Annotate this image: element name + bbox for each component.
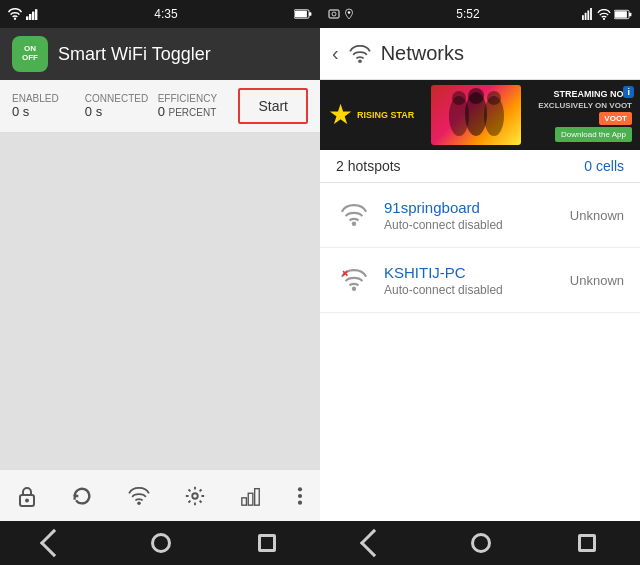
svg-rect-7 <box>309 12 311 16</box>
rising-star-text: RISING STAR <box>357 110 414 120</box>
svg-rect-22 <box>585 13 587 20</box>
network-name-1: 91springboard <box>384 199 570 216</box>
signal-icon-right <box>582 8 594 20</box>
enabled-label: ENABLED <box>12 93 59 104</box>
ad-badge: i <box>623 86 634 98</box>
wifi-icon-1 <box>340 204 368 226</box>
left-status-icons <box>8 8 38 20</box>
system-bar-right <box>320 521 640 565</box>
nav-chart[interactable] <box>240 485 262 507</box>
network-sub-1: Auto-connect disabled <box>384 218 570 232</box>
network-info-1: 91springboard Auto-connect disabled <box>384 199 570 232</box>
settings-icon <box>184 485 206 507</box>
stats-row: ENABLED 0 s CONNECTED 0 s EFFICIENCY 0 P… <box>0 80 320 133</box>
svg-rect-21 <box>582 15 584 20</box>
network-sub-2: Auto-connect disabled <box>384 283 570 297</box>
battery-icon-right <box>614 9 632 20</box>
lock-icon <box>17 485 37 507</box>
app-title: Smart WiFi Toggler <box>58 44 211 65</box>
network-wifi-icon-2 <box>336 262 372 298</box>
left-screen: 4:35 ONOFF Smart WiFi Toggler ENABLED 0 … <box>0 0 320 565</box>
time-left: 4:35 <box>154 7 177 21</box>
connected-value: 0 s <box>85 104 102 119</box>
system-bar-left <box>0 521 320 565</box>
right-status-icons-left <box>294 8 312 20</box>
svg-point-16 <box>298 493 302 497</box>
ad-image <box>431 85 521 145</box>
svg-rect-1 <box>26 16 28 20</box>
back-button-left[interactable] <box>40 529 68 557</box>
svg-rect-13 <box>249 493 254 505</box>
networks-title: Networks <box>381 42 464 65</box>
svg-point-33 <box>468 88 484 104</box>
signal-icon-left <box>26 8 38 20</box>
battery-icon-left <box>294 8 312 20</box>
svg-rect-3 <box>32 12 34 20</box>
svg-point-0 <box>14 18 16 20</box>
nav-refresh[interactable] <box>71 485 93 507</box>
wifi-status-icon-right <box>597 9 611 20</box>
ad-center <box>414 85 538 145</box>
svg-rect-4 <box>35 9 37 20</box>
wifi-status-icon <box>8 8 22 20</box>
start-button-wrap: Start <box>238 88 308 124</box>
rising-label: RISING STAR <box>357 110 414 120</box>
recent-button-left[interactable] <box>258 534 276 552</box>
stat-enabled: ENABLED 0 s <box>12 93 85 119</box>
stat-connected: CONNECTED 0 s <box>85 93 158 119</box>
nav-more[interactable] <box>297 486 303 506</box>
svg-rect-2 <box>29 14 31 20</box>
app-icon: ONOFF <box>12 36 48 72</box>
start-button[interactable]: Start <box>238 88 308 124</box>
streaming-text: STREAMING NOW <box>554 89 633 99</box>
time-right: 5:52 <box>456 7 479 21</box>
svg-point-36 <box>352 222 356 226</box>
exclusive-text: EXCLUSIVELY ON VOOT <box>538 101 632 110</box>
svg-point-29 <box>358 59 362 63</box>
nav-wifi[interactable] <box>128 487 150 505</box>
efficiency-unit: PERCENT <box>168 107 216 118</box>
networks-header: ‹ Networks <box>320 28 640 80</box>
network-name-2: KSHITIJ-PC <box>384 264 570 281</box>
network-status-1: Unknown <box>570 208 624 223</box>
network-wifi-icon-1 <box>336 197 372 233</box>
star-icon: ★ <box>328 101 353 129</box>
home-button-right[interactable] <box>471 533 491 553</box>
hotspots-count: 2 hotspots <box>336 158 401 174</box>
svg-rect-14 <box>255 488 260 505</box>
efficiency-value: 0 PERCENT <box>158 104 217 119</box>
nav-lock[interactable] <box>17 485 37 507</box>
screenshot-icon <box>328 8 340 20</box>
ad-left: ★ RISING STAR <box>328 101 414 129</box>
chart-icon <box>240 485 262 507</box>
svg-point-20 <box>348 11 351 14</box>
enabled-value: 0 s <box>12 104 29 119</box>
network-status-2: Unknown <box>570 273 624 288</box>
svg-rect-6 <box>295 11 307 18</box>
right-screen: 5:52 ‹ <box>320 0 640 565</box>
recent-button-right[interactable] <box>578 534 596 552</box>
svg-rect-28 <box>629 12 631 16</box>
network-item-1[interactable]: 91springboard Auto-connect disabled Unkn… <box>320 183 640 248</box>
svg-point-10 <box>137 501 141 505</box>
status-bar-left: 4:35 <box>0 0 320 28</box>
right-status-icons-right <box>582 8 632 20</box>
back-arrow-right[interactable]: ‹ <box>332 42 339 65</box>
network-list: 91springboard Auto-connect disabled Unkn… <box>320 183 640 521</box>
svg-rect-24 <box>590 8 592 20</box>
back-button-right[interactable] <box>360 529 388 557</box>
svg-point-35 <box>487 91 501 105</box>
svg-point-15 <box>298 487 302 491</box>
people-silhouette <box>434 86 519 144</box>
ad-banner[interactable]: ★ RISING STAR STREAMING NOW EXCLUSIVELY <box>320 80 640 150</box>
home-button-left[interactable] <box>151 533 171 553</box>
main-content-left <box>0 133 320 469</box>
network-item-2[interactable]: KSHITIJ-PC Auto-connect disabled Unknown <box>320 248 640 313</box>
svg-point-9 <box>25 498 29 502</box>
stat-efficiency: EFFICIENCY 0 PERCENT <box>158 93 231 119</box>
wifi-nav-icon <box>128 487 150 505</box>
efficiency-label: EFFICIENCY <box>158 93 217 104</box>
svg-point-31 <box>452 91 466 105</box>
download-btn[interactable]: Download the App <box>555 127 632 142</box>
nav-settings[interactable] <box>184 485 206 507</box>
